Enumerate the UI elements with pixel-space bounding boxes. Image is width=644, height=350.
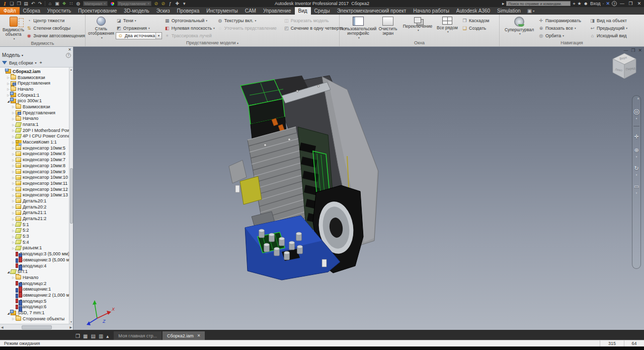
expand-arrow[interactable] xyxy=(11,105,16,108)
color-wheel-icon[interactable] xyxy=(110,2,115,6)
scroll-down-icon[interactable] xyxy=(70,320,72,323)
expand-arrow[interactable] xyxy=(11,117,16,120)
cascade-windows-button[interactable]: Каскадом xyxy=(460,17,490,24)
clean-screen-button[interactable]: Очистить экран xyxy=(375,16,401,36)
browser-close-icon[interactable] xyxy=(68,47,71,52)
tree-item[interactable]: Представления xyxy=(0,110,69,116)
tree-item[interactable]: 5:1 xyxy=(0,222,69,228)
doc-tab-assembly[interactable]: Сборка2.iam xyxy=(163,331,205,340)
exchange-apps-icon[interactable] xyxy=(606,1,610,6)
view-selector[interactable]: Вид сборки xyxy=(9,60,33,65)
camera-icon[interactable] xyxy=(527,8,532,14)
tree-item[interactable]: Взаимосвязи xyxy=(0,104,69,110)
tree-item[interactable]: Заподлицо:5 xyxy=(0,298,69,304)
tree-item[interactable]: 4P I CPU Power Connector wit xyxy=(0,133,69,139)
adjust-icon[interactable] xyxy=(160,0,167,7)
reflections-button[interactable]: Отражения xyxy=(115,24,163,32)
object-visibility-button[interactable]: Видимость объекта xyxy=(2,16,25,40)
previous-view-button[interactable]: Предыдущий xyxy=(588,24,628,32)
ribbon-tab[interactable]: Электромеханический проект xyxy=(334,7,410,15)
chevron-down-icon[interactable] xyxy=(35,61,36,64)
expand-arrow[interactable] xyxy=(11,141,16,144)
tree-item[interactable]: Заподлицо:6 xyxy=(0,304,69,310)
expand-arrow[interactable] xyxy=(11,181,16,185)
ribbon-tab[interactable]: Сборка xyxy=(20,7,44,15)
tree-item[interactable]: Заподлицо:4 xyxy=(0,263,69,269)
redo-icon[interactable] xyxy=(37,0,43,7)
tree-item[interactable]: Сторонние объекты xyxy=(0,316,69,322)
lighting-style-combo[interactable]: Два источника xyxy=(116,32,162,39)
expand-arrow[interactable] xyxy=(11,152,16,156)
appearance-icon[interactable] xyxy=(61,0,67,7)
arrange-vertical-icon[interactable] xyxy=(99,333,103,339)
textures-button[interactable]: Текстуры вкл. xyxy=(216,17,277,24)
view-cube[interactable]: Верх Лево Перед xyxy=(608,50,639,82)
navbar-close-icon[interactable] xyxy=(637,97,639,100)
tree-item[interactable]: МассивКомп 1:1 xyxy=(0,139,69,145)
expand-search-icon[interactable] xyxy=(502,1,505,6)
expand-arrow[interactable] xyxy=(11,111,16,114)
display-style-button[interactable]: Стиль отображения xyxy=(88,16,115,39)
expand-arrow[interactable] xyxy=(11,205,16,208)
tree-item[interactable]: конденсатор 10мм:7 xyxy=(0,157,69,163)
tile-all-button[interactable]: Все рядом xyxy=(434,16,460,33)
scroll-up-icon[interactable] xyxy=(70,68,72,71)
ground-plane-button[interactable]: Нулевая плоскость xyxy=(163,24,216,32)
ribbon-tab[interactable]: Среды xyxy=(311,7,334,15)
expand-arrow[interactable] xyxy=(11,170,16,173)
switch-windows-button[interactable]: Переключение xyxy=(401,16,434,32)
dots-icon[interactable] xyxy=(68,0,74,7)
expand-arrow[interactable] xyxy=(6,87,11,91)
tree-item[interactable]: Деталь20:2 xyxy=(0,204,69,210)
tree-item[interactable]: конденсатор 10мм:5 xyxy=(0,145,69,151)
scroll-right-icon[interactable] xyxy=(69,325,72,329)
restore-icon[interactable] xyxy=(627,1,634,6)
close-tab-icon[interactable] xyxy=(197,333,201,338)
expand-docbar-icon[interactable] xyxy=(106,333,109,339)
material-combo[interactable]: Материал xyxy=(83,1,108,6)
expand-arrow[interactable] xyxy=(11,176,16,179)
ribbon-tab[interactable]: Simulation xyxy=(494,7,524,15)
degrees-of-freedom-button[interactable]: Степени свободы xyxy=(25,24,86,32)
tree-item[interactable]: конденсатор 10мм:10 xyxy=(0,174,69,180)
user-interface-button[interactable]: Пользовательский интерфейс xyxy=(342,16,375,39)
tree-item[interactable]: SSD, 7 mm:1 xyxy=(0,310,69,316)
tree-item[interactable]: 5:4 xyxy=(0,239,69,245)
ribbon-tab[interactable]: Проверка xyxy=(174,7,203,15)
expand-arrow[interactable] xyxy=(11,317,16,320)
adjust-icon[interactable] xyxy=(153,0,159,7)
minimize-icon[interactable] xyxy=(619,1,625,6)
undo-icon[interactable] xyxy=(30,0,36,7)
ribbon-tab[interactable]: Файл xyxy=(0,7,20,15)
plus-icon[interactable] xyxy=(174,0,181,7)
ribbon-tab[interactable]: Вид xyxy=(295,7,311,15)
favorites-icon[interactable] xyxy=(578,1,582,6)
ribbon-tab[interactable]: Инструменты xyxy=(203,7,241,15)
tree-item[interactable]: конденсатор 10мм:6 xyxy=(0,151,69,157)
orthographic-button[interactable]: Ортогональный xyxy=(163,17,216,24)
help-icon[interactable]: ? xyxy=(612,1,617,6)
expand-arrow[interactable] xyxy=(11,164,16,167)
orbit-icon[interactable] xyxy=(634,165,638,172)
viewport[interactable]: X Z Верх Лево Перед xyxy=(73,47,644,330)
panel-label-appearance[interactable]: Представление модели xyxy=(86,40,339,46)
expand-arrow[interactable] xyxy=(11,146,16,150)
filter-icon[interactable] xyxy=(2,61,7,64)
chevron-down-icon[interactable] xyxy=(533,9,534,13)
zoom-icon[interactable] xyxy=(634,147,638,154)
open-icon[interactable] xyxy=(16,0,22,7)
tree-item[interactable]: Начало xyxy=(0,274,69,281)
expand-arrow[interactable] xyxy=(6,76,11,79)
look-at-button[interactable]: Вид на объект xyxy=(588,17,628,24)
tree-item[interactable]: разъем:1 xyxy=(0,245,69,251)
tree-item[interactable]: Взаимосвязи xyxy=(0,75,69,81)
tree-item[interactable]: конденсатор 10мм:11 xyxy=(0,180,69,186)
expand-arrow[interactable] xyxy=(11,275,16,279)
render-icon[interactable] xyxy=(54,0,60,7)
tree-item[interactable]: Совмещение:3 (5,000 мм) xyxy=(0,257,69,263)
tree-item[interactable]: плата:1 xyxy=(0,121,69,127)
ribbon-tab[interactable]: 3D-модель xyxy=(120,7,152,15)
new-window-button[interactable]: Создать xyxy=(460,24,490,32)
tree-item[interactable]: Сборка2.iam xyxy=(0,68,69,75)
tree-item[interactable]: Начало xyxy=(0,86,69,92)
